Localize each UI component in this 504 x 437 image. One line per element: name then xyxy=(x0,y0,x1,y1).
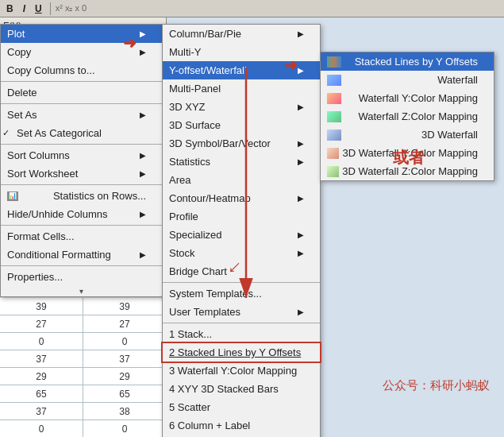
submenu-waterfall-zcolor[interactable]: Waterfall Z:Color Mapping xyxy=(321,107,494,126)
recent-stack[interactable]: 1 Stack... xyxy=(163,325,320,343)
plot-3d-surface[interactable]: 3D Surface xyxy=(163,116,320,134)
cell-col2: 39 xyxy=(83,298,167,315)
menu-item-conditional-formatting[interactable]: Conditional Formatting ▶ xyxy=(1,246,162,264)
submenu-waterfall[interactable]: Waterfall xyxy=(321,71,494,89)
cell-col1: 0 xyxy=(0,420,83,437)
menu-item-sort-columns[interactable]: Sort Columns ▶ xyxy=(1,146,162,164)
menu-item-sort-worksheet[interactable]: Sort Worksheet ▶ xyxy=(1,164,162,183)
arrow-icon-hide: ▶ xyxy=(140,210,146,218)
separator-4 xyxy=(1,184,162,185)
arrow-icon-sort-columns: ▶ xyxy=(140,151,146,160)
cell-col1: 37 xyxy=(0,403,83,420)
cell-col2: 37 xyxy=(83,350,167,367)
menu-item-format-cells[interactable]: Format Cells... xyxy=(1,227,162,246)
cell-col1: 37 xyxy=(0,350,83,367)
table-row: 2727 xyxy=(0,315,167,333)
menu-item-plot[interactable]: Plot ▶ xyxy=(1,25,162,43)
menu-item-copy-columns[interactable]: Copy Columns to... xyxy=(1,61,162,79)
arrow-icon-specialized: ▶ xyxy=(298,230,304,239)
table-row: 2929 xyxy=(0,368,167,385)
3d-waterfall-zcolor-icon xyxy=(327,166,339,177)
sep-recent xyxy=(163,323,320,323)
menu-item-set-as-categorical[interactable]: ✓ Set As Categorical xyxy=(1,124,162,142)
submenu-stacked-lines-y-offsets[interactable]: Stacked Lines by Y Offsets xyxy=(321,52,494,71)
arrow-icon-3dsymbol: ▶ xyxy=(298,139,304,148)
separator-5 xyxy=(1,225,162,226)
recent-waterfall-color[interactable]: 3 Waterfall Y:Color Mapping xyxy=(163,362,320,380)
arrow-icon-yoffset: ▶ xyxy=(298,66,304,75)
plot-contour-heatmap[interactable]: Contour/Heatmap ▶ xyxy=(163,189,320,207)
plot-multi-y[interactable]: Multi-Y xyxy=(163,43,320,61)
submenu-waterfall-ycolor[interactable]: Waterfall Y:Color Mapping xyxy=(321,89,494,107)
underline-button[interactable]: U xyxy=(32,2,45,15)
cell-col1: 65 xyxy=(0,385,83,402)
submenu-3d-waterfall-zcolor[interactable]: 3D Waterfall Z:Color Mapping xyxy=(321,162,494,180)
arrow-icon-sort-worksheet: ▶ xyxy=(140,169,146,178)
plot-multi-panel[interactable]: Multi-Panel xyxy=(163,79,320,98)
menu-item-copy[interactable]: Copy ▶ xyxy=(1,43,162,61)
stats-icon: 📊 xyxy=(7,191,18,201)
plot-submenu: Column/Bar/Pie ▶ Multi-Y Y-offset/Waterf… xyxy=(162,24,321,437)
cell-col2: 0 xyxy=(83,420,167,437)
table-row: 6565 xyxy=(0,385,167,403)
plot-3d-symbol[interactable]: 3D Symbol/Bar/Vector ▶ xyxy=(163,134,320,153)
waterfall-zcolor-icon xyxy=(327,111,341,122)
spreadsheet-rows: 3939272700373729296565373800 xyxy=(0,298,167,437)
menu-scroll-indicator: ▾ xyxy=(1,286,162,296)
stacked-lines-icon xyxy=(327,56,341,68)
arrow-icon-3dxyz: ▶ xyxy=(298,102,304,111)
plot-specialized[interactable]: Specialized ▶ xyxy=(163,226,320,244)
arrow-icon-set-as: ▶ xyxy=(140,110,146,119)
arrow-icon-conditional: ▶ xyxy=(140,250,146,259)
toolbar: B I U x² x₂ x 0 xyxy=(0,0,504,17)
recent-column-label[interactable]: 6 Column + Label xyxy=(163,416,320,435)
plot-column-bar-pie[interactable]: Column/Bar/Pie ▶ xyxy=(163,25,320,43)
plot-system-templates[interactable]: System Templates... xyxy=(163,284,320,303)
italic-button[interactable]: I xyxy=(20,2,29,15)
plot-area[interactable]: Area xyxy=(163,171,320,189)
cell-col2: 29 xyxy=(83,368,167,385)
3d-waterfall-icon xyxy=(327,130,341,141)
menu-item-set-as[interactable]: Set As ▶ xyxy=(1,106,162,124)
cell-col1: 27 xyxy=(0,315,83,332)
menu-item-delete[interactable]: Delete xyxy=(1,83,162,102)
plot-stock[interactable]: Stock ▶ xyxy=(163,244,320,262)
plot-bridge-chart[interactable]: Bridge Chart xyxy=(163,262,320,280)
separator-3 xyxy=(1,144,162,145)
submenu-3d-waterfall[interactable]: 3D Waterfall xyxy=(321,126,494,144)
arrow-icon-column-bar: ▶ xyxy=(298,29,304,38)
sep-system xyxy=(163,282,320,283)
arrow-icon-copy: ▶ xyxy=(140,48,146,56)
menu-item-hide-unhide[interactable]: Hide/Unhide Columns ▶ xyxy=(1,205,162,223)
arrow-icon-user-templates: ▶ xyxy=(298,307,304,316)
arrow-icon-statistics: ▶ xyxy=(298,157,304,166)
plot-y-offset-waterfall[interactable]: Y-offset/Waterfall ▶ xyxy=(163,61,320,79)
table-row: 3738 xyxy=(0,403,167,420)
table-row: 00 xyxy=(0,420,167,437)
menu-item-statistics-rows[interactable]: 📊 Statistics on Rows... xyxy=(1,187,162,205)
plot-statistics[interactable]: Statistics ▶ xyxy=(163,153,320,171)
recent-xyz-3d[interactable]: 4 XYY 3D Stacked Bars xyxy=(163,380,320,398)
separator-2 xyxy=(1,103,162,104)
recent-scatter[interactable]: 5 Scatter xyxy=(163,398,320,416)
waterfall-ycolor-icon xyxy=(327,93,341,104)
cell-col2: 27 xyxy=(83,315,167,332)
arrow-icon-plot: ▶ xyxy=(140,29,146,38)
table-row: 00 xyxy=(0,333,167,350)
plot-profile[interactable]: Profile xyxy=(163,207,320,226)
plot-user-templates[interactable]: User Templates ▶ xyxy=(163,303,320,321)
cell-col1: 0 xyxy=(0,333,83,350)
table-row: 3939 xyxy=(0,298,167,315)
submenu-3d-waterfall-ycolor[interactable]: 3D Waterfall Y:Color Mapping xyxy=(321,144,494,162)
toolbar-separator xyxy=(50,2,51,15)
recent-stacked-lines[interactable]: 2 Stacked Lines by Y Offsets xyxy=(163,343,320,362)
bold-button[interactable]: B xyxy=(3,2,17,15)
cell-col2: 65 xyxy=(83,385,167,402)
plot-3d-xyz[interactable]: 3D XYZ ▶ xyxy=(163,98,320,116)
menu-item-properties[interactable]: Properties... xyxy=(1,268,162,286)
3d-waterfall-ycolor-icon xyxy=(327,148,339,159)
context-menu-level1: Plot ▶ Copy ▶ Copy Columns to... Delete … xyxy=(0,24,163,297)
checkmark-icon: ✓ xyxy=(2,128,10,138)
cell-col1: 39 xyxy=(0,298,83,315)
separator-6 xyxy=(1,265,162,266)
